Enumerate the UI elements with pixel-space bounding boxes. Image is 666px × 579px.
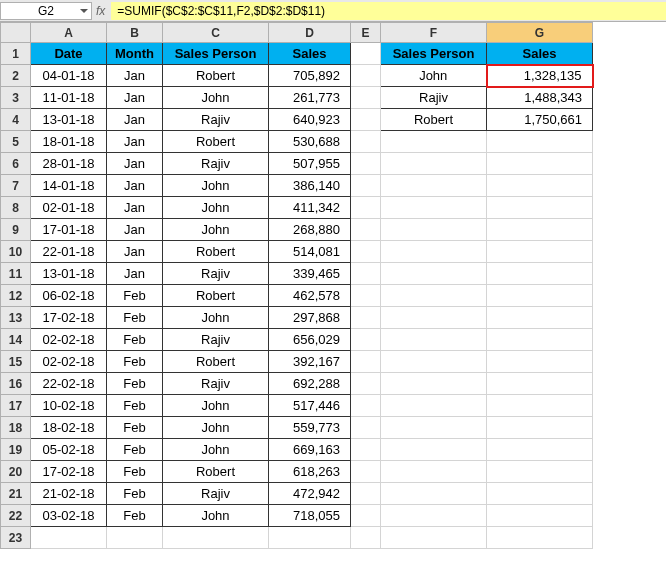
cell[interactable]: Feb	[107, 329, 163, 351]
header-sales[interactable]: Sales	[269, 43, 351, 65]
cell[interactable]: 261,773	[269, 87, 351, 109]
cell[interactable]: 02-02-18	[31, 329, 107, 351]
cell[interactable]: John	[163, 395, 269, 417]
row-header[interactable]: 19	[1, 439, 31, 461]
cell[interactable]: Jan	[107, 153, 163, 175]
col-header-G[interactable]: G	[487, 23, 593, 43]
cell[interactable]	[351, 175, 381, 197]
cell[interactable]	[381, 439, 487, 461]
cell[interactable]: 411,342	[269, 197, 351, 219]
row-header[interactable]: 4	[1, 109, 31, 131]
cell[interactable]: 02-01-18	[31, 197, 107, 219]
row-header[interactable]: 3	[1, 87, 31, 109]
cell[interactable]	[381, 197, 487, 219]
fx-icon[interactable]: fx	[96, 4, 105, 18]
cell[interactable]: 718,055	[269, 505, 351, 527]
cell[interactable]: Robert	[163, 131, 269, 153]
cell[interactable]	[31, 527, 107, 549]
cell[interactable]: 21-02-18	[31, 483, 107, 505]
col-header-C[interactable]: C	[163, 23, 269, 43]
cell[interactable]: John	[163, 307, 269, 329]
col-header-D[interactable]: D	[269, 23, 351, 43]
cell[interactable]	[381, 285, 487, 307]
cell[interactable]: Jan	[107, 109, 163, 131]
cell[interactable]: 11-01-18	[31, 87, 107, 109]
cell[interactable]	[487, 219, 593, 241]
cell[interactable]	[381, 219, 487, 241]
cell[interactable]	[487, 439, 593, 461]
cell[interactable]	[487, 417, 593, 439]
cell[interactable]	[351, 263, 381, 285]
cell[interactable]	[381, 351, 487, 373]
cell[interactable]: John	[163, 175, 269, 197]
cell[interactable]	[381, 527, 487, 549]
cell[interactable]: Jan	[107, 175, 163, 197]
cell[interactable]: 692,288	[269, 373, 351, 395]
row-header[interactable]: 14	[1, 329, 31, 351]
cell[interactable]	[381, 329, 487, 351]
cell[interactable]: 530,688	[269, 131, 351, 153]
row-header[interactable]: 13	[1, 307, 31, 329]
row-header[interactable]: 23	[1, 527, 31, 549]
cell[interactable]	[351, 131, 381, 153]
cell[interactable]: 517,446	[269, 395, 351, 417]
cell[interactable]: Feb	[107, 395, 163, 417]
cell[interactable]	[487, 285, 593, 307]
cell[interactable]: Rajiv	[163, 373, 269, 395]
row-header[interactable]: 20	[1, 461, 31, 483]
cell[interactable]	[381, 241, 487, 263]
header-sum-sales[interactable]: Sales	[487, 43, 593, 65]
cell[interactable]: 17-02-18	[31, 307, 107, 329]
cell[interactable]: 392,167	[269, 351, 351, 373]
cell[interactable]: Rajiv	[163, 483, 269, 505]
cell[interactable]	[351, 87, 381, 109]
cell[interactable]	[351, 527, 381, 549]
cell[interactable]	[487, 505, 593, 527]
cell[interactable]: Robert	[163, 285, 269, 307]
cell[interactable]	[381, 395, 487, 417]
cell[interactable]	[351, 461, 381, 483]
cell[interactable]	[351, 285, 381, 307]
row-header[interactable]: 6	[1, 153, 31, 175]
cell[interactable]: 514,081	[269, 241, 351, 263]
col-header-F[interactable]: F	[381, 23, 487, 43]
cell[interactable]: 462,578	[269, 285, 351, 307]
cell[interactable]: 1,488,343	[487, 87, 593, 109]
header-sum-person[interactable]: Sales Person	[381, 43, 487, 65]
row-header[interactable]: 1	[1, 43, 31, 65]
row-header[interactable]: 5	[1, 131, 31, 153]
cell[interactable]: 618,263	[269, 461, 351, 483]
cell[interactable]: 559,773	[269, 417, 351, 439]
cell[interactable]	[487, 351, 593, 373]
cell[interactable]	[487, 131, 593, 153]
cell[interactable]	[351, 439, 381, 461]
spreadsheet-grid[interactable]: A B C D E F G 1 Date Month Sales Person …	[0, 22, 594, 549]
cell[interactable]	[351, 505, 381, 527]
cell[interactable]: 268,880	[269, 219, 351, 241]
row-header[interactable]: 9	[1, 219, 31, 241]
cell[interactable]: 1,750,661	[487, 109, 593, 131]
col-header-E[interactable]: E	[351, 23, 381, 43]
cell[interactable]: John	[163, 505, 269, 527]
cell[interactable]: Feb	[107, 307, 163, 329]
cell[interactable]: 05-02-18	[31, 439, 107, 461]
cell[interactable]: 705,892	[269, 65, 351, 87]
cell[interactable]: 13-01-18	[31, 263, 107, 285]
cell[interactable]: 640,923	[269, 109, 351, 131]
header-person[interactable]: Sales Person	[163, 43, 269, 65]
cell[interactable]: Jan	[107, 65, 163, 87]
cell[interactable]: 17-02-18	[31, 461, 107, 483]
cell[interactable]: Feb	[107, 285, 163, 307]
cell[interactable]: Feb	[107, 439, 163, 461]
cell[interactable]	[351, 241, 381, 263]
cell[interactable]	[487, 197, 593, 219]
select-all-corner[interactable]	[1, 23, 31, 43]
cell[interactable]: John	[163, 417, 269, 439]
row-header[interactable]: 7	[1, 175, 31, 197]
cell[interactable]: 297,868	[269, 307, 351, 329]
cell[interactable]	[487, 307, 593, 329]
cell[interactable]: Feb	[107, 351, 163, 373]
row-header[interactable]: 16	[1, 373, 31, 395]
cell[interactable]: Robert	[163, 461, 269, 483]
cell[interactable]: 22-02-18	[31, 373, 107, 395]
